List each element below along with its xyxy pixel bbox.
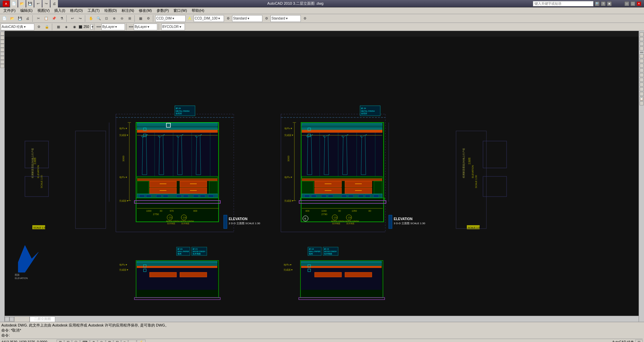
help-icon-btn[interactable]: ? (601, 1, 606, 6)
tb-textstyle-dropdown[interactable]: CCD_DIM▾ (155, 15, 186, 22)
redo-btn[interactable]: ↪ (42, 0, 50, 7)
tb-plot[interactable]: 🖨 (24, 15, 31, 22)
rs-btn4[interactable]: ↓ (640, 46, 644, 50)
dynamic-input-icon[interactable]: ⌨ (80, 340, 90, 342)
tb-pan[interactable]: ✋ (87, 15, 95, 22)
star-btn[interactable]: ★ (607, 1, 612, 6)
tab-floor-plan[interactable]: 二层立面图 (30, 316, 55, 322)
tb-zoomextent[interactable]: ⊡ (103, 15, 110, 22)
ls-btn6[interactable]: ⬟ (0, 52, 4, 56)
ls-btn9[interactable]: ⚙ (0, 64, 4, 68)
undo-btn[interactable]: ↩ (34, 0, 42, 7)
tb-zoomout[interactable]: ⊖ (118, 15, 126, 22)
tb-dimstyle-dropdown[interactable]: CCD_DIM_100▾ (194, 15, 224, 22)
menu-draw[interactable]: 绘图(D) (102, 7, 119, 14)
tb2-plotstyle-dropdown[interactable]: BYCOLOR▾ (161, 24, 185, 30)
print-btn[interactable]: 🖨 (51, 0, 58, 7)
ls-btn2[interactable]: — (0, 36, 4, 40)
otrack-btn[interactable]: ⊞ (106, 340, 113, 342)
infer-btn[interactable]: ⬡ (72, 340, 80, 342)
ls-btn8[interactable]: ⊞ (0, 60, 4, 64)
rs-layers[interactable]: ▦ (640, 68, 644, 72)
menu-help[interactable]: 帮助(H) (190, 7, 206, 14)
ls-btn1[interactable]: | (0, 32, 4, 36)
menu-modify[interactable]: 修改(M) (137, 7, 154, 14)
rs-tool5[interactable]: 📋 (640, 97, 644, 101)
ls-btn4[interactable]: ○ (0, 44, 4, 48)
menu-format[interactable]: 格式(O) (68, 7, 85, 14)
tb2-layerstate[interactable]: ◈ (63, 23, 70, 31)
tb-cut[interactable]: ✂ (35, 15, 42, 22)
tb-zoomall[interactable]: ⊞ (126, 15, 133, 22)
tb-copy[interactable]: 📋 (42, 15, 50, 22)
search-input[interactable] (533, 1, 593, 6)
new-btn[interactable]: 📄 (10, 0, 18, 7)
tb2-linetype-dropdown[interactable]: ByLayer▾ (101, 24, 125, 30)
menu-edit[interactable]: 编辑(E) (18, 7, 35, 14)
canvas-area[interactable]: 3000 1000 30 970 800 2750 材 Z4 METAL FIN… (5, 31, 639, 322)
rs-tool3[interactable]: ⊞ (640, 87, 644, 91)
tb-properties[interactable]: ⚙ (144, 15, 152, 22)
tab-prev-btn[interactable]: ◀ (5, 317, 9, 321)
osnap-btn[interactable]: ◎ (98, 340, 105, 342)
ls-btn7[interactable]: ✎ (0, 56, 4, 60)
tb2-layerwalk[interactable]: ◉ (71, 23, 78, 31)
tb-undo[interactable]: ↩ (69, 15, 76, 22)
menu-file[interactable]: 文件(F) (1, 7, 18, 14)
menu-view[interactable]: 视图(V) (35, 7, 52, 14)
app-maximize-btn[interactable]: □ (631, 1, 635, 6)
rs-btn3[interactable]: ▶ (640, 42, 644, 46)
tb-layer[interactable]: ▦ (137, 15, 144, 22)
tb-new[interactable]: 📄 (1, 15, 8, 22)
menu-annotate[interactable]: 标注(N) (120, 7, 136, 14)
rs-tool4[interactable]: ✂ (640, 92, 644, 96)
tb-zoomin[interactable]: ⊕ (110, 15, 118, 22)
qp-btn[interactable]: ⚡ (137, 340, 146, 342)
workspace-settings-btn[interactable]: ⊡ (635, 340, 643, 342)
tb2-lineweight-dropdown[interactable]: ByLayer▾ (134, 24, 157, 30)
tab-next-btn[interactable]: ▶ (9, 317, 14, 321)
tb2-lock[interactable]: 🔒 (43, 23, 51, 31)
ducs-btn[interactable]: ⊡ (114, 340, 121, 342)
rs-btn2[interactable]: ◀ (640, 37, 644, 41)
lw-btn[interactable]: ▬ (128, 340, 136, 342)
rs-tool6[interactable]: ↩ (640, 101, 644, 105)
rs-tool1[interactable]: ◈ (640, 78, 644, 82)
rs-viewcube[interactable]: ⊡ (640, 64, 644, 68)
tb-matchprop[interactable]: ⚗ (58, 15, 65, 22)
tb2-color-dropdown[interactable]: ▾ (91, 24, 93, 30)
ls-btn3[interactable]: □ (0, 40, 4, 44)
menu-window[interactable]: 窗口(W) (171, 7, 189, 14)
dyn-btn[interactable]: ⌗ (121, 340, 128, 342)
tab-model[interactable]: 模型 (14, 316, 30, 322)
tb-zoom[interactable]: 🔍 (95, 15, 102, 22)
tb-paste[interactable]: 📌 (50, 15, 58, 22)
tb-plotstyle-dropdown[interactable]: Standard▾ (270, 15, 301, 22)
rs-zoom-in[interactable]: + (640, 54, 644, 58)
rs-tool2[interactable]: ✎ (640, 82, 644, 87)
tb2-color[interactable] (79, 25, 82, 29)
snap-icon[interactable]: ⊡ (64, 340, 72, 342)
tb-open[interactable]: 📂 (8, 15, 16, 22)
search-btn[interactable]: 🔍 (595, 1, 600, 6)
rs-properties[interactable]: ⚙ (640, 73, 644, 77)
tb2-settings[interactable]: ⚙ (35, 23, 42, 31)
ls-btn5[interactable]: ⌒ (0, 48, 4, 52)
cmd-input[interactable] (11, 333, 78, 337)
grid-btn[interactable]: ⊞ (57, 340, 64, 342)
tb-save[interactable]: 💾 (16, 15, 24, 22)
tb-redo[interactable]: ↪ (76, 15, 84, 22)
menu-insert[interactable]: 插入(I) (52, 7, 67, 14)
tb-layer-dropdown[interactable]: Standard▾ (232, 15, 262, 22)
menu-params[interactable]: 参数(P) (155, 7, 171, 14)
rs-btn1[interactable]: ↑ (640, 32, 644, 36)
menu-tools[interactable]: 工具(T) (86, 7, 102, 14)
polar-btn[interactable]: ⊕ (90, 340, 97, 342)
app-close-btn[interactable]: ✕ (637, 1, 641, 6)
workspace-dropdown[interactable]: AutoCAD 经典▾ (1, 24, 34, 30)
title-left-controls[interactable]: A 📄 📂 💾 ↩ ↪ 🖨 (3, 0, 58, 7)
tb2-layer3[interactable]: ▦ (55, 23, 62, 31)
rs-zoom-out[interactable]: − (640, 59, 644, 63)
open-btn[interactable]: 📂 (18, 0, 26, 7)
app-minimize-btn[interactable]: ─ (624, 1, 629, 6)
